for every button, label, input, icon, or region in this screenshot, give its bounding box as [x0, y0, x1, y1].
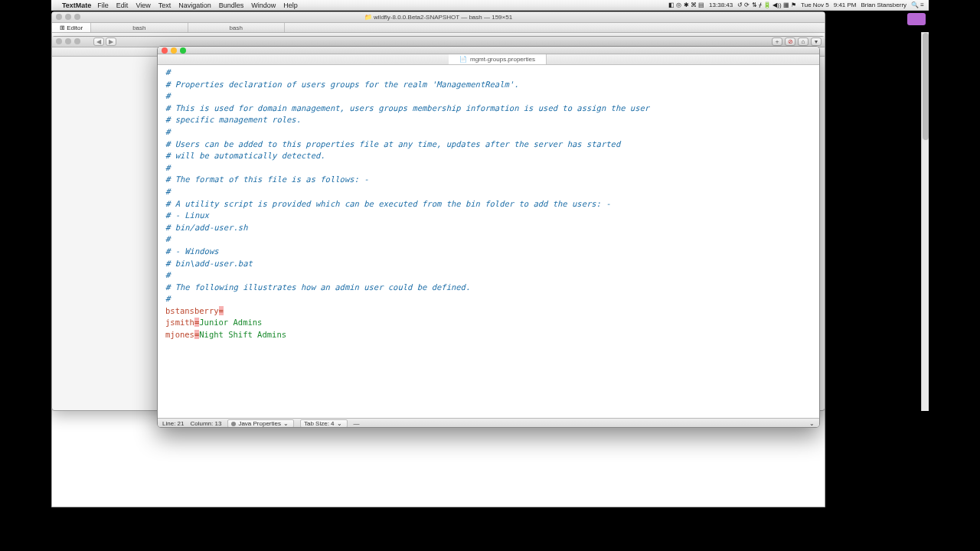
window-controls[interactable] [162, 47, 186, 54]
nav-buttons: ◀ ▶ [93, 37, 116, 46]
editor-window: mgmt-groups.properties ## Properties dec… [157, 46, 820, 428]
menu-navigation[interactable]: Navigation [178, 2, 211, 9]
comment-line: # will be automatically detected. [165, 150, 812, 162]
comment-line: # Properties declaration of users groups… [165, 79, 812, 91]
property-key: bstansberry [165, 306, 219, 315]
comment-line: # [165, 126, 812, 139]
clock-24h: 13:38:43 [709, 2, 733, 8]
language-selector[interactable]: Java Properties ⌄ [227, 419, 294, 428]
window-controls[interactable] [56, 14, 80, 20]
menu-edit[interactable]: Edit [116, 2, 129, 9]
app-badge-icon [907, 13, 926, 25]
background-app [903, 11, 929, 31]
status-icon: ◧ ◎ ✱ ⌘ ▤ [668, 2, 704, 8]
comment-line: # bin/add-user.sh [165, 222, 812, 234]
property-line: jsmith=Junior Admins [165, 317, 812, 329]
property-key: mjones [165, 330, 194, 339]
menu-view[interactable]: View [136, 2, 150, 9]
minimize-icon[interactable] [65, 38, 71, 44]
property-value: Junior Admins [199, 318, 262, 327]
menu-help[interactable]: Help [283, 2, 298, 9]
comment-line: # [165, 90, 812, 103]
zoom-icon[interactable] [74, 14, 80, 20]
property-key: jsmith [165, 318, 194, 327]
spotlight-icon[interactable]: 🔍 ≡ [911, 2, 924, 8]
clock-12h: 9:41 PM [834, 2, 857, 8]
close-icon[interactable] [162, 47, 168, 54]
editor-status-bar: Line: 21 Column: 13 Java Properties ⌄ Ta… [158, 418, 819, 428]
close-icon[interactable] [56, 38, 62, 44]
menu-file[interactable]: File [97, 2, 109, 9]
comment-line: # The following illustrates how an admin… [165, 282, 812, 294]
terminal-titlebar[interactable]: 📁 wildfly-8.0.0.Beta2-SNAPSHOT — bash — … [52, 12, 825, 23]
mac-menubar: TextMate File Edit View Text Navigation … [51, 0, 929, 11]
toolbar-right: ＋ ⊘ ⌂ ▾ [772, 37, 822, 46]
comment-line: # - Linux [165, 210, 812, 222]
forward-icon[interactable]: ▶ [106, 37, 116, 46]
menubar-status-area: ◧ ◎ ✱ ⌘ ▤ 13:38:43 ↺ ⟳ ⇅ ᚋ 🔋 ◀)) ▦ ⚑ Tue… [668, 2, 924, 8]
app-name[interactable]: TextMate [62, 2, 91, 9]
terminal-title: 📁 wildfly-8.0.0.Beta2-SNAPSHOT — bash — … [364, 14, 512, 21]
home-icon[interactable]: ⌂ [798, 37, 808, 46]
status-icon: ↺ ⟳ ⇅ ᚋ 🔋 ◀)) ▦ ⚑ [737, 2, 796, 8]
comment-line: # [165, 67, 812, 79]
comment-line: # The format of this file is as follows:… [165, 174, 812, 186]
zoom-icon[interactable] [180, 47, 186, 54]
comment-line: # [165, 269, 812, 282]
comment-line: # bin\add-user.bat [165, 258, 812, 270]
menu-text[interactable]: Text [158, 2, 172, 9]
comment-line: # specific management roles. [165, 114, 812, 126]
comment-line: # - Windows [165, 246, 812, 258]
comment-line: # [165, 186, 812, 198]
property-line: bstansberry= [165, 305, 812, 318]
menu-bundles[interactable]: Bundles [219, 2, 244, 9]
property-line: mjones=Night Shift Admins [165, 329, 812, 341]
back-icon[interactable]: ◀ [93, 37, 104, 46]
zoom-icon[interactable] [74, 38, 80, 44]
scrollbar[interactable] [921, 32, 929, 411]
property-value: Night Shift Admins [199, 330, 286, 339]
comment-line: # This is used for domain management, us… [165, 103, 812, 115]
user-name[interactable]: Brian Stansberry [861, 2, 907, 8]
tab-size-selector[interactable]: Tab Size: 4 ⌄ [300, 419, 348, 428]
menu-icon[interactable]: ▾ [811, 37, 822, 46]
terminal-tab[interactable]: bash [188, 23, 285, 32]
editor-tab-active[interactable]: mgmt-groups.properties [449, 54, 547, 64]
window-controls[interactable] [56, 38, 80, 44]
comment-line: # A utility script is provided which can… [165, 198, 812, 210]
comment-line: # Users can be added to this properties … [165, 139, 812, 151]
comment-line: # [165, 162, 812, 174]
terminal-tab-bar: ⊞ Editor bash bash [52, 23, 825, 33]
minimize-icon[interactable] [65, 14, 71, 20]
symbol-selector[interactable]: ⌄ [809, 420, 815, 427]
equals-icon: = [219, 306, 224, 315]
comment-line: # [165, 293, 812, 305]
stop-icon[interactable]: ⊘ [785, 37, 795, 46]
comment-line: # [165, 233, 812, 246]
terminal-tab[interactable]: bash [91, 23, 188, 32]
date: Tue Nov 5 [801, 2, 829, 8]
editor-tab-bar: mgmt-groups.properties [158, 54, 819, 65]
cursor-line: Line: 21 [162, 420, 184, 427]
cursor-column: Column: 13 [190, 420, 221, 427]
editor-titlebar[interactable] [158, 47, 819, 54]
close-icon[interactable] [56, 14, 62, 20]
editor-content[interactable]: ## Properties declaration of users group… [158, 65, 819, 418]
drawer-tab[interactable]: ⊞ Editor [52, 23, 91, 32]
dot-icon [231, 422, 236, 426]
minimize-icon[interactable] [171, 47, 177, 54]
menu-window[interactable]: Window [251, 2, 276, 9]
new-tab-icon[interactable]: ＋ [772, 37, 782, 46]
